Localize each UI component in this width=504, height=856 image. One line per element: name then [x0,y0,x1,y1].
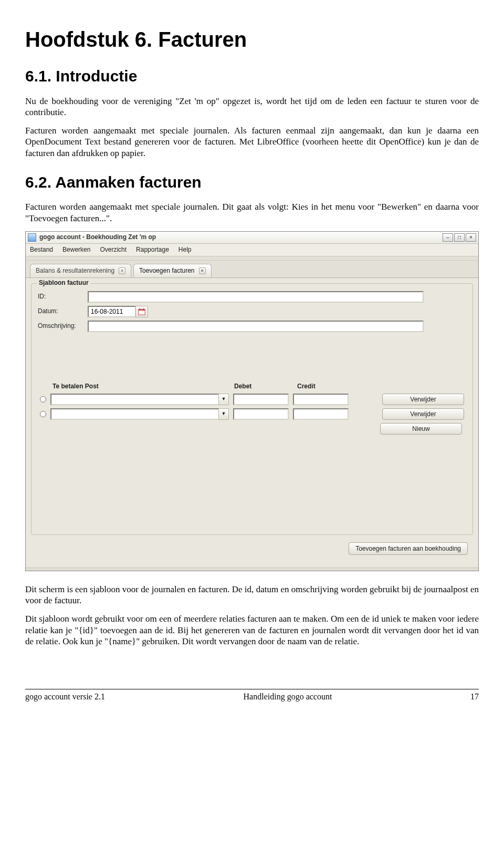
chevron-down-icon[interactable]: ▼ [218,408,229,420]
datum-field[interactable] [88,306,136,317]
label-id: ID: [38,293,88,301]
row-radio[interactable] [40,411,46,417]
section-6-1-p2: Facturen worden aangemaakt met speciale … [25,125,479,159]
verwijder-button[interactable]: Verwijder [382,408,464,420]
menu-overzicht[interactable]: Overzicht [100,246,127,254]
app-icon [28,233,36,242]
verwijder-button[interactable]: Verwijder [382,394,464,405]
menubar: Bestand Bewerken Overzicht Rapportage He… [26,244,478,256]
after-p2: Dit sjabloon wordt gebruikt voor om een … [25,613,479,647]
status-strip [26,568,478,571]
tab-close-icon[interactable]: × [199,267,206,274]
groupbox-title: Sjabloon factuur [37,279,91,287]
window-title: gogo account - Boekhouding Zet 'm op [39,233,156,241]
section-6-2-title: 6.2. Aanmaken facturen [25,172,479,192]
footer-center: Handleiding gogo account [244,692,332,702]
close-button[interactable]: × [466,233,476,242]
label-omschrijving: Omschrijving: [38,322,88,330]
label-datum: Datum: [38,307,88,315]
id-field[interactable] [88,291,424,303]
debet-input[interactable] [233,394,289,405]
date-picker-button[interactable] [135,306,148,317]
column-headers: Te betalen Post Debet Credit [38,383,466,394]
menu-help[interactable]: Help [178,246,192,254]
menu-bestand[interactable]: Bestand [30,246,53,254]
nieuw-button[interactable]: Nieuw [380,423,462,435]
post-combo[interactable]: ▼ [50,408,229,420]
tab-label: Balans & resultatenrekening [36,267,114,275]
toolbar-spacer [26,256,478,261]
post-row: ▼ Verwijder [40,394,464,405]
header-post: Te betalen Post [40,383,234,390]
tabstrip: Balans & resultatenrekening × Toevoegen … [26,261,478,277]
calendar-icon [138,308,145,315]
footer-right: 17 [470,692,479,702]
post-input[interactable] [50,394,218,405]
minimize-button[interactable]: – [443,233,453,242]
page-footer: gogo account versie 2.1 Handleiding gogo… [25,689,479,702]
omschrijving-field[interactable] [88,321,424,332]
after-p1: Dit scherm is een sjabloon voor de journ… [25,584,479,606]
credit-input[interactable] [293,408,349,420]
groupbox-sjabloon-factuur: Sjabloon factuur ID: Datum: [31,283,473,535]
section-6-1-p1: Nu de boekhouding voor de vereniging "Ze… [25,96,479,118]
menu-rapportage[interactable]: Rapportage [136,246,169,254]
titlebar: gogo account - Boekhouding Zet 'm op – □… [26,232,478,244]
debet-input[interactable] [233,408,289,420]
submit-button[interactable]: Toevoegen facturen aan boekhouding [349,542,468,555]
post-row: ▼ Verwijder [40,408,464,420]
svg-rect-1 [139,309,145,311]
section-6-1-title: 6.1. Introductie [25,66,479,86]
tab-label: Toevoegen facturen [139,267,194,275]
section-6-2-p1: Facturen worden aangemaakt met speciale … [25,201,479,224]
app-window: gogo account - Boekhouding Zet 'm op – □… [25,231,479,571]
workarea: Sjabloon factuur ID: Datum: [26,277,478,568]
menu-bewerken[interactable]: Bewerken [62,246,90,254]
credit-input[interactable] [293,394,349,405]
tab-close-icon[interactable]: × [119,267,125,274]
header-debet: Debet [234,383,297,390]
chevron-down-icon[interactable]: ▼ [218,394,229,405]
tab-balans[interactable]: Balans & resultatenrekening × [30,264,131,277]
footer-left: gogo account versie 2.1 [25,692,105,702]
maximize-button[interactable]: □ [454,233,465,242]
chapter-title: Hoofdstuk 6. Facturen [25,26,479,53]
post-combo[interactable]: ▼ [50,394,229,405]
header-credit: Credit [297,383,360,390]
row-radio[interactable] [40,396,46,403]
post-input[interactable] [50,408,218,420]
tab-toevoegen-facturen[interactable]: Toevoegen facturen × [133,264,211,277]
